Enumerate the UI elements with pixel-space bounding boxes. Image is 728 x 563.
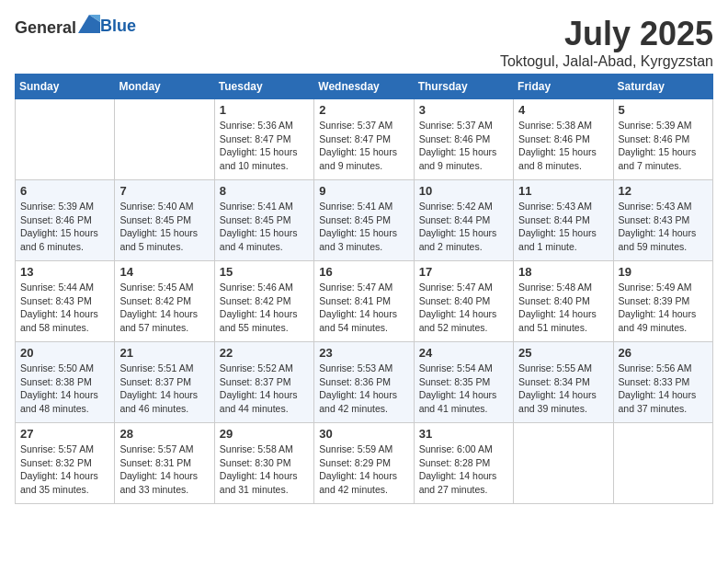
calendar-cell: 24Sunrise: 5:54 AMSunset: 8:35 PMDayligh… [414,342,513,423]
day-info: Sunrise: 5:40 AMSunset: 8:45 PMDaylight:… [119,200,209,254]
weekday-header: Saturday [613,75,712,99]
calendar-cell: 19Sunrise: 5:49 AMSunset: 8:39 PMDayligh… [613,261,712,342]
day-info: Sunrise: 5:58 AMSunset: 8:30 PMDaylight:… [220,442,309,497]
day-info: Sunrise: 5:37 AMSunset: 8:47 PMDaylight:… [319,119,408,173]
calendar-cell: 2Sunrise: 5:37 AMSunset: 8:47 PMDaylight… [314,99,414,180]
day-number: 28 [119,427,209,441]
day-info: Sunrise: 5:47 AMSunset: 8:41 PMDaylight:… [319,281,408,335]
weekday-header: Monday [115,75,214,99]
day-info: Sunrise: 5:41 AMSunset: 8:45 PMDaylight:… [220,200,309,254]
day-number: 30 [319,427,408,441]
weekday-header: Friday [514,75,613,99]
calendar-cell: 8Sunrise: 5:41 AMSunset: 8:45 PMDaylight… [214,180,313,261]
day-number: 8 [220,184,309,198]
day-number: 15 [220,265,309,279]
day-info: Sunrise: 5:43 AMSunset: 8:43 PMDaylight:… [619,200,708,254]
day-info: Sunrise: 5:42 AMSunset: 8:44 PMDaylight:… [419,200,508,254]
day-info: Sunrise: 5:39 AMSunset: 8:46 PMDaylight:… [20,200,109,254]
day-info: Sunrise: 5:41 AMSunset: 8:45 PMDaylight:… [319,200,408,254]
calendar-cell: 15Sunrise: 5:46 AMSunset: 8:42 PMDayligh… [214,261,313,342]
day-number: 10 [419,184,508,198]
day-info: Sunrise: 5:46 AMSunset: 8:42 PMDaylight:… [220,281,309,335]
weekday-header-row: SundayMondayTuesdayWednesdayThursdayFrid… [16,75,713,99]
day-info: Sunrise: 5:53 AMSunset: 8:36 PMDaylight:… [319,362,408,416]
calendar-week-row: 6Sunrise: 5:39 AMSunset: 8:46 PMDaylight… [16,180,713,261]
calendar-cell: 25Sunrise: 5:55 AMSunset: 8:34 PMDayligh… [514,342,613,423]
day-info: Sunrise: 5:44 AMSunset: 8:43 PMDaylight:… [20,281,109,335]
day-number: 29 [220,427,309,441]
calendar-cell: 29Sunrise: 5:58 AMSunset: 8:30 PMDayligh… [214,423,313,504]
calendar-cell [16,99,115,180]
calendar-cell: 22Sunrise: 5:52 AMSunset: 8:37 PMDayligh… [214,342,313,423]
calendar-cell: 21Sunrise: 5:51 AMSunset: 8:37 PMDayligh… [115,342,214,423]
day-info: Sunrise: 5:48 AMSunset: 8:40 PMDaylight:… [518,281,608,335]
day-number: 3 [419,103,508,117]
month-title: July 2025 [500,15,713,53]
day-number: 20 [20,346,109,360]
day-number: 21 [119,346,209,360]
day-info: Sunrise: 5:57 AMSunset: 8:31 PMDaylight:… [119,442,209,497]
weekday-header: Sunday [16,75,115,99]
day-number: 12 [619,184,708,198]
day-number: 11 [518,184,608,198]
calendar-cell: 27Sunrise: 5:57 AMSunset: 8:32 PMDayligh… [16,423,115,504]
day-number: 4 [518,103,608,117]
calendar-cell: 16Sunrise: 5:47 AMSunset: 8:41 PMDayligh… [314,261,414,342]
day-number: 23 [319,346,408,360]
day-number: 6 [20,184,109,198]
day-info: Sunrise: 5:36 AMSunset: 8:47 PMDaylight:… [220,119,309,173]
calendar-cell: 7Sunrise: 5:40 AMSunset: 8:45 PMDaylight… [115,180,214,261]
calendar-week-row: 27Sunrise: 5:57 AMSunset: 8:32 PMDayligh… [16,423,713,504]
day-info: Sunrise: 5:38 AMSunset: 8:46 PMDaylight:… [518,119,608,173]
day-info: Sunrise: 5:37 AMSunset: 8:46 PMDaylight:… [419,119,508,173]
day-number: 16 [319,265,408,279]
day-number: 26 [619,346,708,360]
calendar-cell: 31Sunrise: 6:00 AMSunset: 8:28 PMDayligh… [414,423,513,504]
day-number: 2 [319,103,408,117]
calendar-cell: 26Sunrise: 5:56 AMSunset: 8:33 PMDayligh… [613,342,712,423]
day-info: Sunrise: 5:50 AMSunset: 8:38 PMDaylight:… [20,362,109,416]
day-number: 7 [119,184,209,198]
location-title: Toktogul, Jalal-Abad, Kyrgyzstan [500,53,713,70]
calendar-cell: 3Sunrise: 5:37 AMSunset: 8:46 PMDaylight… [414,99,513,180]
day-info: Sunrise: 5:52 AMSunset: 8:37 PMDaylight:… [220,362,309,416]
logo: General Blue [15,15,136,38]
weekday-header: Wednesday [314,75,414,99]
day-info: Sunrise: 5:57 AMSunset: 8:32 PMDaylight:… [20,442,109,497]
title-area: July 2025 Toktogul, Jalal-Abad, Kyrgyzst… [500,15,713,70]
day-number: 18 [518,265,608,279]
logo-icon [78,15,100,33]
calendar-cell: 10Sunrise: 5:42 AMSunset: 8:44 PMDayligh… [414,180,513,261]
day-number: 13 [20,265,109,279]
calendar-cell: 20Sunrise: 5:50 AMSunset: 8:38 PMDayligh… [16,342,115,423]
day-info: Sunrise: 6:00 AMSunset: 8:28 PMDaylight:… [419,442,508,497]
day-number: 5 [619,103,708,117]
calendar-cell: 28Sunrise: 5:57 AMSunset: 8:31 PMDayligh… [115,423,214,504]
calendar-cell: 5Sunrise: 5:39 AMSunset: 8:46 PMDaylight… [613,99,712,180]
day-info: Sunrise: 5:51 AMSunset: 8:37 PMDaylight:… [119,362,209,416]
day-number: 19 [619,265,708,279]
day-info: Sunrise: 5:49 AMSunset: 8:39 PMDaylight:… [619,281,708,335]
calendar-table: SundayMondayTuesdayWednesdayThursdayFrid… [15,74,713,504]
calendar-cell: 13Sunrise: 5:44 AMSunset: 8:43 PMDayligh… [16,261,115,342]
logo-general: General [15,18,76,37]
day-info: Sunrise: 5:39 AMSunset: 8:46 PMDaylight:… [619,119,708,173]
calendar-cell: 9Sunrise: 5:41 AMSunset: 8:45 PMDaylight… [314,180,414,261]
calendar-cell: 17Sunrise: 5:47 AMSunset: 8:40 PMDayligh… [414,261,513,342]
weekday-header: Thursday [414,75,513,99]
day-number: 22 [220,346,309,360]
day-number: 25 [518,346,608,360]
day-number: 17 [419,265,508,279]
calendar-cell: 12Sunrise: 5:43 AMSunset: 8:43 PMDayligh… [613,180,712,261]
logo-blue: Blue [100,17,136,35]
day-info: Sunrise: 5:45 AMSunset: 8:42 PMDaylight:… [119,281,209,335]
calendar-cell: 1Sunrise: 5:36 AMSunset: 8:47 PMDaylight… [214,99,313,180]
calendar-week-row: 13Sunrise: 5:44 AMSunset: 8:43 PMDayligh… [16,261,713,342]
calendar-week-row: 1Sunrise: 5:36 AMSunset: 8:47 PMDaylight… [16,99,713,180]
calendar-cell: 11Sunrise: 5:43 AMSunset: 8:44 PMDayligh… [514,180,613,261]
calendar-cell [613,423,712,504]
page-header: General Blue July 2025 Toktogul, Jalal-A… [15,15,713,70]
calendar-cell: 18Sunrise: 5:48 AMSunset: 8:40 PMDayligh… [514,261,613,342]
day-info: Sunrise: 5:47 AMSunset: 8:40 PMDaylight:… [419,281,508,335]
calendar-cell: 30Sunrise: 5:59 AMSunset: 8:29 PMDayligh… [314,423,414,504]
